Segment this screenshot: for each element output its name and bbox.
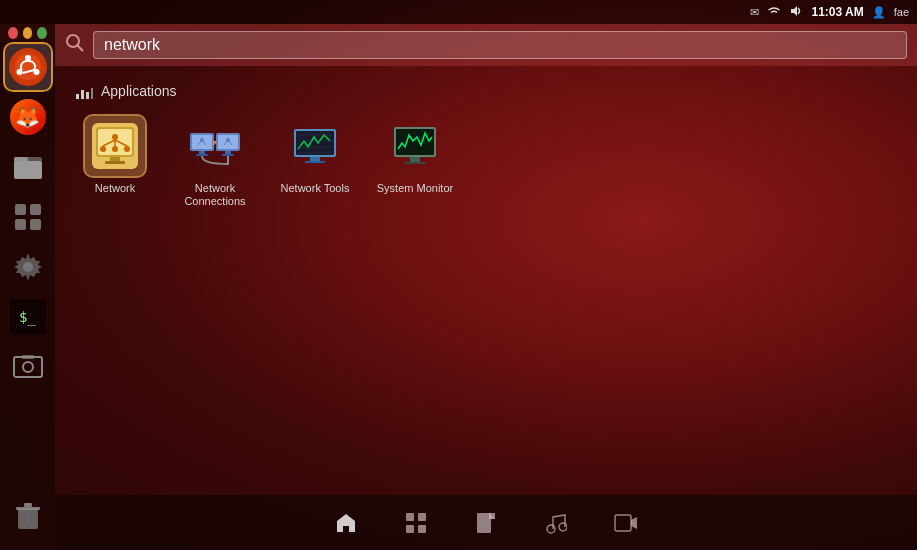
- svg-point-34: [124, 146, 130, 152]
- svg-rect-69: [418, 525, 426, 533]
- system-monitor-app-icon: [388, 119, 442, 173]
- svg-rect-47: [222, 154, 234, 156]
- svg-rect-15: [22, 355, 34, 359]
- wifi-icon: [767, 5, 781, 19]
- main-content: Applications: [55, 66, 917, 495]
- svg-rect-68: [406, 525, 414, 533]
- svg-rect-25: [81, 90, 84, 99]
- bottom-apps-icon[interactable]: [396, 503, 436, 543]
- terminal-icon: $_: [10, 299, 46, 335]
- app-item-system-monitor[interactable]: System Monitor: [375, 116, 455, 208]
- section-header: Applications: [75, 82, 897, 100]
- sidebar-item-terminal[interactable]: $_: [5, 294, 51, 340]
- applications-icon: [75, 82, 93, 100]
- network-app-icon-container: [85, 116, 145, 176]
- svg-rect-17: [16, 507, 40, 510]
- trash-icon: [10, 499, 46, 535]
- network-connections-app-icon: [188, 119, 242, 173]
- settings-icon: [10, 249, 46, 285]
- sidebar-item-settings[interactable]: [5, 244, 51, 290]
- minimize-button[interactable]: [23, 27, 33, 39]
- svg-point-31: [112, 134, 118, 140]
- search-lens-icon: [65, 33, 85, 58]
- sidebar-item-screenshot[interactable]: [5, 344, 51, 390]
- apps-icon: [10, 199, 46, 235]
- network-app-label: Network: [95, 182, 135, 195]
- volume-icon: [789, 5, 803, 19]
- top-bar: ✉ 11:03 AM 👤 fae: [0, 0, 917, 24]
- svg-rect-11: [30, 219, 41, 230]
- network-connections-icon-container: [185, 116, 245, 176]
- network-tools-icon-container: [285, 116, 345, 176]
- svg-rect-66: [406, 513, 414, 521]
- svg-rect-77: [615, 515, 631, 531]
- svg-point-14: [23, 362, 33, 372]
- svg-point-32: [100, 146, 106, 152]
- svg-marker-0: [791, 6, 797, 16]
- svg-rect-10: [15, 219, 26, 230]
- svg-rect-38: [110, 157, 120, 161]
- section-title: Applications: [101, 83, 177, 99]
- network-app-icon: [88, 119, 142, 173]
- network-tools-app-icon: [288, 119, 342, 173]
- svg-rect-61: [305, 161, 325, 163]
- person-icon: 👤: [872, 6, 886, 19]
- svg-rect-63: [396, 129, 434, 155]
- network-tools-app-label: Network Tools: [281, 182, 350, 195]
- bottom-documents-icon[interactable]: [466, 503, 506, 543]
- svg-rect-39: [105, 161, 125, 164]
- bottom-video-icon[interactable]: [606, 503, 646, 543]
- sidebar-item-firefox[interactable]: 🦊: [5, 94, 51, 140]
- svg-point-76: [559, 523, 567, 531]
- maximize-button[interactable]: [37, 27, 47, 39]
- svg-rect-18: [24, 503, 32, 507]
- ubuntu-logo: [9, 48, 47, 86]
- username: fae: [894, 6, 909, 18]
- svg-rect-43: [196, 154, 208, 156]
- svg-line-23: [78, 45, 84, 51]
- app-item-network[interactable]: Network: [75, 116, 155, 208]
- svg-point-33: [112, 146, 118, 152]
- clock: 11:03 AM: [811, 5, 863, 19]
- app-item-network-tools[interactable]: Network Tools: [275, 116, 355, 208]
- svg-rect-64: [410, 157, 420, 162]
- system-monitor-icon-container: [385, 116, 445, 176]
- svg-rect-27: [91, 88, 93, 99]
- svg-rect-42: [199, 151, 205, 154]
- svg-rect-70: [477, 513, 491, 533]
- svg-rect-8: [15, 204, 26, 215]
- files-icon: [10, 149, 46, 185]
- sidebar-item-ubuntu[interactable]: [5, 44, 51, 90]
- svg-point-75: [547, 525, 555, 533]
- close-button[interactable]: [8, 27, 18, 39]
- firefox-icon: 🦊: [10, 99, 46, 135]
- search-bar-container: [55, 24, 917, 66]
- search-input[interactable]: [93, 31, 907, 59]
- bottom-home-icon[interactable]: [326, 503, 366, 543]
- svg-rect-71: [489, 513, 495, 519]
- network-connections-app-label: Network Connections: [175, 182, 255, 208]
- screenshot-icon: [10, 349, 46, 385]
- svg-rect-26: [86, 92, 89, 99]
- svg-rect-6: [14, 161, 42, 179]
- sidebar-item-apps[interactable]: [5, 194, 51, 240]
- svg-rect-46: [225, 151, 231, 154]
- app-grid: Network: [75, 116, 897, 208]
- email-icon: ✉: [750, 6, 759, 19]
- sidebar-item-files[interactable]: [5, 144, 51, 190]
- svg-rect-9: [30, 204, 41, 215]
- system-monitor-app-label: System Monitor: [377, 182, 453, 195]
- sidebar-item-trash[interactable]: [5, 494, 51, 540]
- sidebar: 🦊: [0, 24, 55, 550]
- bottom-music-icon[interactable]: [536, 503, 576, 543]
- app-item-network-connections[interactable]: Network Connections: [175, 116, 255, 208]
- svg-rect-13: [14, 357, 42, 377]
- svg-rect-24: [76, 94, 79, 99]
- svg-point-22: [67, 35, 79, 47]
- svg-rect-65: [404, 162, 426, 164]
- window-controls: [0, 24, 55, 42]
- bottom-bar: [55, 495, 917, 550]
- svg-rect-60: [310, 157, 320, 161]
- svg-rect-67: [418, 513, 426, 521]
- top-bar-icons: ✉ 11:03 AM 👤 fae: [750, 5, 909, 19]
